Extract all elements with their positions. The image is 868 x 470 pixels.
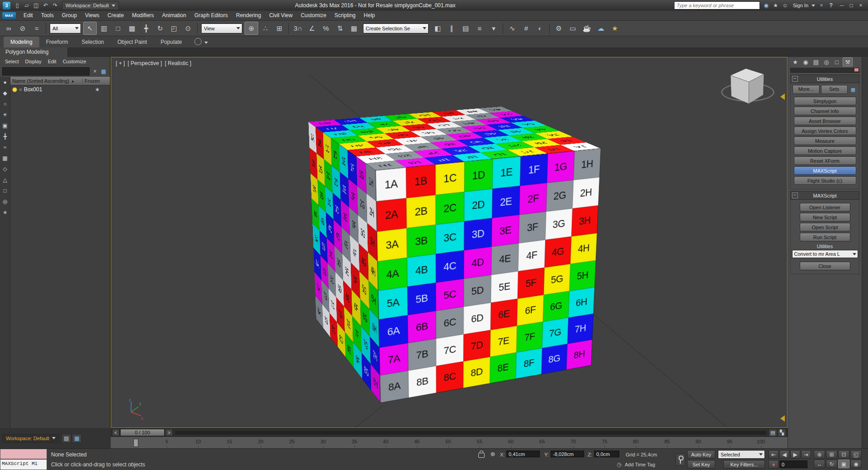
- object-name[interactable]: Box001: [24, 86, 83, 93]
- autodesk-a360-icon[interactable]: ×: [817, 1, 826, 9]
- simplygon-button[interactable]: Simplygon: [794, 97, 856, 105]
- go-to-end-icon[interactable]: ⇥: [801, 450, 811, 459]
- menu-tools[interactable]: Tools: [37, 11, 58, 20]
- favorites-star-icon[interactable]: ★: [771, 1, 780, 9]
- explorer-menu-select[interactable]: Select: [2, 59, 22, 64]
- menu-civil-view[interactable]: Civil View: [265, 11, 297, 20]
- ribbon-toggle-icon[interactable]: ▾: [487, 22, 500, 35]
- walk-through-icon[interactable]: ◉: [850, 460, 862, 468]
- time-slider-handle[interactable]: 0 / 100: [120, 429, 165, 436]
- display-bones-icon[interactable]: △: [1, 176, 9, 183]
- select-and-rotate-icon[interactable]: ↻: [153, 22, 167, 35]
- zoom-extents-icon[interactable]: ⊡: [838, 450, 849, 459]
- display-frozen-icon[interactable]: ∗: [1, 209, 9, 216]
- explorer-menu-edit[interactable]: Edit: [45, 59, 60, 64]
- utilities-config-icon[interactable]: ▦: [849, 86, 857, 93]
- display-cameras-icon[interactable]: ▣: [1, 122, 9, 129]
- signin-chevron-icon[interactable]: [811, 5, 815, 7]
- user-icon[interactable]: ☺: [781, 1, 790, 9]
- infocenter-binoculars-icon[interactable]: ◉: [762, 1, 771, 9]
- zoom-icon[interactable]: ⊕: [814, 450, 825, 459]
- display-materials-icon[interactable]: ◎: [1, 198, 9, 205]
- help-icon[interactable]: ?: [826, 1, 835, 9]
- menu-help[interactable]: Help: [360, 11, 379, 20]
- mirror-icon[interactable]: ◧: [431, 22, 444, 35]
- next-frame-arrow[interactable]: >: [165, 429, 173, 436]
- maximize-viewport-icon[interactable]: ▣: [838, 460, 849, 468]
- polygon-modeling-panel[interactable]: Polygon Modeling: [0, 47, 67, 57]
- ribbon-tab-populate[interactable]: Populate: [154, 37, 189, 47]
- menu-modifiers[interactable]: Modifiers: [128, 11, 158, 20]
- infocenter-search-input[interactable]: [674, 1, 760, 9]
- z-coordinate-field[interactable]: 0,0cm: [594, 451, 619, 457]
- menu-edit[interactable]: Edit: [19, 11, 37, 20]
- select-and-manipulate-icon[interactable]: ∴: [259, 22, 272, 35]
- hierarchy-tab-icon[interactable]: ▤: [811, 58, 821, 66]
- ribbon-config-icon[interactable]: [194, 38, 202, 45]
- scene-explorer-bottom-icon[interactable]: ▤: [61, 434, 71, 443]
- macro-recorder-pane[interactable]: [0, 449, 47, 459]
- new-script-button[interactable]: New Script: [800, 213, 850, 221]
- select-object-icon[interactable]: ↖: [83, 22, 97, 35]
- menu-group[interactable]: Group: [58, 11, 81, 20]
- display-geometry-icon[interactable]: ◆: [1, 89, 9, 97]
- display-spacewarps-icon[interactable]: ≈: [1, 144, 9, 151]
- menu-customize[interactable]: Customize: [297, 11, 330, 20]
- orbit-icon[interactable]: ↻: [826, 460, 837, 468]
- open-file-icon[interactable]: ▱: [22, 1, 31, 9]
- display-xrefs-icon[interactable]: ◇: [1, 165, 9, 173]
- collapse-icon[interactable]: −: [792, 76, 798, 82]
- maximize-icon[interactable]: □: [847, 1, 856, 9]
- add-time-tag-button[interactable]: Add Time Tag: [625, 462, 655, 467]
- menu-scripting[interactable]: Scripting: [330, 11, 360, 20]
- close-icon[interactable]: ×: [856, 1, 865, 9]
- redo-icon[interactable]: ↷: [51, 1, 60, 9]
- keyboard-override-icon[interactable]: ⊞: [273, 22, 286, 35]
- asset-browser-button[interactable]: Asset Browser: [794, 117, 856, 125]
- align-icon[interactable]: ∥: [445, 22, 458, 35]
- panel-pin-icon[interactable]: [854, 68, 859, 71]
- key-selection-dropdown[interactable]: Selected: [718, 450, 765, 459]
- use-pivot-center-icon[interactable]: ⊕: [245, 22, 258, 35]
- maxscript-utility-dropdown[interactable]: Convert to mr Area L: [792, 250, 858, 258]
- layer-explorer-toggle-icon[interactable]: ≡: [473, 22, 486, 35]
- rendered-frame-icon[interactable]: ▭: [566, 22, 580, 35]
- y-coordinate-field[interactable]: -8,028cm: [551, 451, 584, 457]
- bulb-icon[interactable]: [12, 87, 17, 92]
- create-tab-icon[interactable]: ★: [791, 58, 800, 66]
- ribbon-config-chevron-icon[interactable]: [204, 42, 208, 44]
- schematic-view-icon[interactable]: #: [519, 22, 533, 35]
- collapse-icon[interactable]: −: [792, 193, 798, 198]
- save-file-icon[interactable]: ◫: [32, 1, 41, 9]
- viewport-pov-label[interactable]: [ Perspective ]: [127, 60, 162, 66]
- percent-snap-icon[interactable]: %: [319, 22, 333, 35]
- 3dsmax-logo-icon[interactable]: 3: [3, 2, 10, 9]
- mini-trackbar-icon[interactable]: ▚: [778, 429, 786, 437]
- frozen-toggle-icon[interactable]: ∗: [85, 86, 110, 93]
- named-selection-sets-dropdown[interactable]: Create Selection Se: [363, 24, 429, 33]
- ribbon-tab-modeling[interactable]: Modeling: [4, 37, 39, 47]
- auto-key-button[interactable]: Auto Key: [687, 450, 715, 459]
- layer-bottom-icon[interactable]: ▦: [72, 434, 82, 443]
- curve-editor-icon[interactable]: ∿: [505, 22, 519, 35]
- render-gallery-icon[interactable]: ★: [608, 22, 622, 35]
- material-editor-icon[interactable]: ◐: [533, 22, 547, 35]
- maxscript-rollout-header[interactable]: − MAXScript: [790, 191, 859, 200]
- spinner-snap-icon[interactable]: ⇅: [333, 22, 347, 35]
- viewcube[interactable]: [733, 68, 762, 112]
- previous-frame-arrow[interactable]: <: [112, 429, 119, 436]
- undo-icon[interactable]: ↶: [41, 1, 50, 9]
- menu-animation[interactable]: Animation: [158, 11, 190, 20]
- name-column-header[interactable]: Name (Sorted Ascending): [12, 78, 69, 84]
- display-helpers-icon[interactable]: ╋: [1, 133, 9, 140]
- box001-object[interactable]: 1A1B1C1D1E1F1G1H2A2B2C2D2E2F2G2H3A3B3C3D…: [338, 132, 555, 349]
- menu-graph-editors[interactable]: Graph Editors: [190, 11, 232, 20]
- motion-tab-icon[interactable]: ◎: [822, 58, 831, 66]
- reference-coordinate-dropdown[interactable]: View: [201, 24, 242, 33]
- utilities-rollout-header[interactable]: − Utilities: [790, 75, 859, 83]
- key-filters-button[interactable]: Key Filters...: [723, 460, 765, 469]
- max-menu-button[interactable]: MAX: [2, 12, 16, 19]
- pan-icon[interactable]: ↔: [814, 460, 825, 468]
- select-and-move-icon[interactable]: ╋: [139, 22, 153, 35]
- explorer-column-headers[interactable]: Name (Sorted Ascending)▲ Frozen: [10, 77, 110, 85]
